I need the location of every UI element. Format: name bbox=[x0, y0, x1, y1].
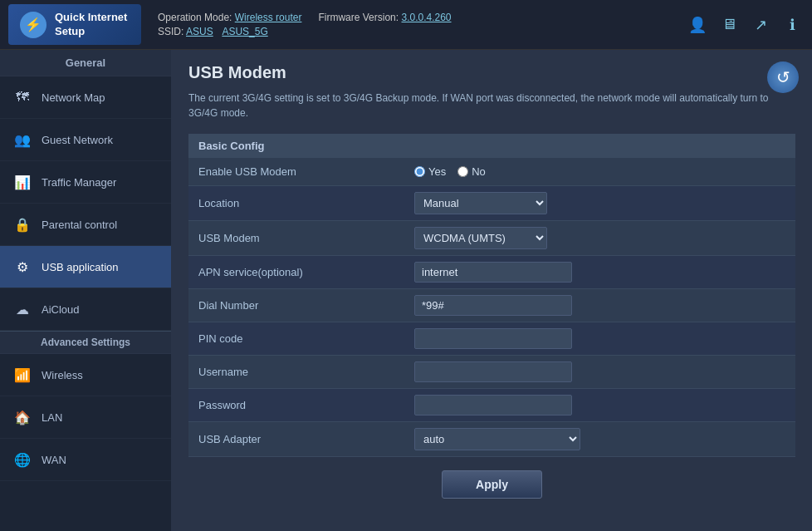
password-label: Password bbox=[188, 389, 404, 422]
sidebar-item-network-map[interactable]: 🗺 Network Map bbox=[0, 76, 171, 119]
user-icon[interactable]: 👤 bbox=[686, 13, 709, 37]
enable-usb-value: Yes No bbox=[404, 158, 795, 186]
sidebar-item-traffic-manager[interactable]: 📊 Traffic Manager bbox=[0, 161, 171, 204]
wireless-label: Wireless bbox=[42, 369, 83, 381]
quick-setup-label: Quick InternetSetup bbox=[55, 11, 127, 39]
table-row: APN service(optional) bbox=[188, 256, 795, 289]
network-icon[interactable]: 🖥 bbox=[717, 13, 741, 37]
refresh-button[interactable]: ↺ bbox=[767, 61, 799, 93]
password-value bbox=[404, 389, 795, 422]
lan-label: LAN bbox=[42, 411, 62, 424]
wan-label: WAN bbox=[42, 454, 66, 466]
usb-application-icon: ⚙ bbox=[12, 256, 33, 278]
apn-service-input[interactable] bbox=[414, 262, 572, 283]
config-table: Basic Config Enable USB Modem Yes bbox=[188, 134, 795, 457]
enable-usb-no-option[interactable]: No bbox=[457, 165, 486, 178]
table-row: USB Modem WCDMA (UMTS) bbox=[188, 221, 795, 256]
enable-usb-no-radio[interactable] bbox=[457, 166, 468, 177]
apn-service-value bbox=[404, 256, 795, 289]
sidebar: General 🗺 Network Map 👥 Guest Network 📊 … bbox=[0, 50, 172, 531]
top-info: Operation Mode: Wireless router Firmware… bbox=[141, 12, 686, 37]
wireless-icon: 📶 bbox=[12, 364, 33, 386]
sidebar-item-parental-control[interactable]: 🔒 Parental control bbox=[0, 204, 171, 246]
location-select[interactable]: Manual bbox=[414, 192, 547, 214]
enable-usb-radio-group: Yes No bbox=[414, 165, 785, 178]
wan-icon: 🌐 bbox=[12, 449, 33, 470]
top-icons-group: 👤 🖥 ↗ ℹ bbox=[686, 13, 804, 37]
table-row: Location Manual bbox=[188, 186, 795, 221]
share-icon[interactable]: ↗ bbox=[749, 13, 772, 37]
location-value: Manual bbox=[404, 186, 795, 221]
apn-service-label: APN service(optional) bbox=[188, 256, 404, 289]
basic-config-header: Basic Config bbox=[188, 134, 795, 158]
aicloud-icon: ☁ bbox=[12, 298, 33, 320]
advanced-section-label: Advanced Settings bbox=[0, 331, 171, 354]
table-row: Password bbox=[188, 389, 795, 422]
parental-control-label: Parental control bbox=[42, 219, 117, 231]
ssid1-link[interactable]: ASUS bbox=[186, 26, 213, 37]
firmware-label: Firmware Version: bbox=[318, 12, 399, 23]
pin-code-label: PIN code bbox=[188, 322, 404, 356]
info-icon[interactable]: ℹ bbox=[780, 13, 804, 37]
password-input[interactable] bbox=[414, 395, 572, 415]
network-map-icon: 🗺 bbox=[12, 86, 33, 108]
usb-application-label: USB application bbox=[42, 261, 119, 273]
main-layout: General 🗺 Network Map 👥 Guest Network 📊 … bbox=[0, 50, 812, 531]
usb-modem-value: WCDMA (UMTS) bbox=[404, 221, 795, 256]
table-row: Dial Number bbox=[188, 289, 795, 322]
lan-icon: 🏠 bbox=[12, 406, 33, 428]
page-title: USB Modem bbox=[188, 63, 795, 82]
apply-button[interactable]: Apply bbox=[442, 470, 542, 499]
sidebar-item-guest-network[interactable]: 👥 Guest Network bbox=[0, 119, 171, 161]
dial-number-value bbox=[404, 289, 795, 322]
location-label: Location bbox=[188, 186, 404, 221]
dial-number-label: Dial Number bbox=[188, 289, 404, 322]
sidebar-item-wireless[interactable]: 📶 Wireless bbox=[0, 354, 171, 396]
table-row: USB Adapter auto bbox=[188, 422, 795, 457]
table-row: Username bbox=[188, 356, 795, 389]
page-description: The current 3G/4G setting is set to 3G/4… bbox=[188, 91, 795, 120]
enable-usb-label: Enable USB Modem bbox=[188, 158, 404, 186]
pin-code-input[interactable] bbox=[414, 328, 572, 349]
dial-number-input[interactable] bbox=[414, 295, 572, 316]
username-label: Username bbox=[188, 356, 404, 389]
general-section-label: General bbox=[0, 50, 171, 76]
usb-adapter-label: USB Adapter bbox=[188, 422, 404, 457]
operation-mode-label: Operation Mode: bbox=[158, 12, 232, 23]
top-bar: ⚡ Quick InternetSetup Operation Mode: Wi… bbox=[0, 0, 812, 50]
firmware-value[interactable]: 3.0.0.4.260 bbox=[401, 12, 451, 23]
table-row: Enable USB Modem Yes No bbox=[188, 158, 795, 186]
enable-usb-yes-option[interactable]: Yes bbox=[414, 165, 446, 178]
network-map-label: Network Map bbox=[42, 91, 105, 104]
pin-code-value bbox=[404, 322, 795, 356]
guest-network-icon: 👥 bbox=[12, 129, 33, 150]
sidebar-item-usb-application[interactable]: ⚙ USB application bbox=[0, 246, 171, 288]
no-label: No bbox=[472, 165, 486, 178]
username-input[interactable] bbox=[414, 361, 572, 382]
quick-setup-button[interactable]: ⚡ Quick InternetSetup bbox=[8, 4, 141, 46]
traffic-manager-label: Traffic Manager bbox=[42, 176, 116, 189]
parental-control-icon: 🔒 bbox=[12, 214, 33, 235]
main-content: ↺ USB Modem The current 3G/4G setting is… bbox=[172, 50, 812, 531]
usb-adapter-select[interactable]: auto bbox=[414, 428, 580, 450]
sidebar-item-aicloud[interactable]: ☁ AiCloud bbox=[0, 288, 171, 331]
ssid2-link[interactable]: ASUS_5G bbox=[222, 26, 267, 37]
sidebar-item-wan[interactable]: 🌐 WAN bbox=[0, 439, 171, 481]
quick-setup-icon: ⚡ bbox=[20, 12, 46, 38]
usb-modem-label: USB Modem bbox=[188, 221, 404, 256]
usb-adapter-value: auto bbox=[404, 422, 795, 457]
traffic-manager-icon: 📊 bbox=[12, 171, 33, 193]
yes-label: Yes bbox=[428, 165, 446, 178]
sidebar-item-lan[interactable]: 🏠 LAN bbox=[0, 396, 171, 439]
enable-usb-yes-radio[interactable] bbox=[414, 166, 425, 177]
table-row: PIN code bbox=[188, 322, 795, 356]
usb-modem-select[interactable]: WCDMA (UMTS) bbox=[414, 227, 547, 249]
aicloud-label: AiCloud bbox=[42, 303, 80, 316]
guest-network-label: Guest Network bbox=[42, 134, 113, 146]
ssid-label: SSID: bbox=[158, 26, 183, 37]
operation-mode-value[interactable]: Wireless router bbox=[235, 12, 302, 23]
username-value bbox=[404, 356, 795, 389]
